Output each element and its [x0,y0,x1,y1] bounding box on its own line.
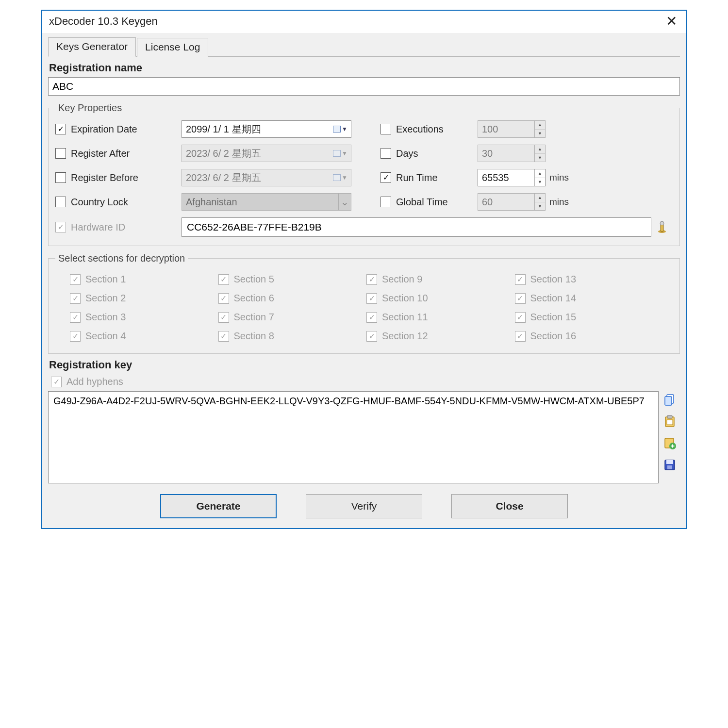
window-title: xDecoder 10.3 Keygen [49,15,158,28]
hardware-id-input[interactable] [182,217,651,237]
svg-rect-11 [672,445,673,448]
hardware-id-action-icon[interactable] [651,221,673,233]
registration-name-label: Registration name [49,62,679,74]
key-properties-group: Key Properties ✓ Expiration Date 2099/ 1… [48,102,680,246]
calendar-dropdown-icon: ▼ [331,171,349,184]
days-checkbox[interactable]: Days [381,148,478,159]
calendar-dropdown-icon: ▼ [331,147,349,160]
register-before-checkbox[interactable]: Register Before [55,172,182,183]
run-time-unit: mins [546,172,575,183]
add-icon[interactable] [663,437,680,452]
titlebar: xDecoder 10.3 Keygen ✕ [42,11,686,33]
section-checkbox: ✓Section 9 [366,274,510,285]
section-checkbox: ✓Section 5 [218,274,362,285]
expiration-date-picker[interactable]: 2099/ 1/ 1 星期四 ▼ [182,120,351,138]
section-label: Section 2 [85,293,126,304]
registration-key-box [48,391,680,483]
registration-name-input[interactable] [48,77,680,96]
svg-rect-6 [667,415,672,418]
expiration-date-value: 2099/ 1/ 1 星期四 [186,123,261,136]
section-checkbox: ✓Section 4 [70,331,214,342]
tab-keys-generator[interactable]: Keys Generator [48,37,136,57]
global-time-unit: mins [546,197,575,207]
section-label: Section 11 [382,312,428,323]
section-label: Section 6 [234,293,274,304]
hardware-id-label: Hardware ID [71,222,125,233]
section-checkbox: ✓Section 1 [70,274,214,285]
add-hyphens-label: Add hyphens [66,376,123,387]
section-checkbox: ✓Section 2 [70,293,214,304]
executions-spinner[interactable]: 100 ▲▼ [478,120,546,138]
section-label: Section 8 [234,331,274,342]
add-hyphens-checkbox: ✓ Add hyphens [51,376,123,387]
section-checkbox: ✓Section 14 [515,293,659,304]
svg-rect-4 [665,397,672,405]
svg-rect-14 [667,465,672,469]
registration-key-label: Registration key [49,359,679,371]
section-label: Section 4 [85,331,126,342]
section-checkbox: ✓Section 10 [366,293,510,304]
register-after-label: Register After [71,148,130,159]
days-label: Days [396,148,418,159]
close-button[interactable]: Close [451,494,568,518]
register-before-picker: 2023/ 6/ 2 星期五 ▼ [182,169,351,186]
executions-checkbox[interactable]: Executions [381,124,478,135]
register-after-checkbox[interactable]: Register After [55,148,182,159]
expiration-date-checkbox[interactable]: ✓ Expiration Date [55,124,182,135]
svg-rect-13 [666,460,673,464]
key-side-toolbar [663,391,680,474]
section-checkbox: ✓Section 16 [515,331,659,342]
section-label: Section 10 [382,293,428,304]
section-label: Section 13 [530,274,577,285]
country-lock-checkbox[interactable]: Country Lock [55,197,182,208]
global-time-value: 60 [482,197,493,208]
section-label: Section 15 [530,312,577,323]
key-properties-grid: ✓ Expiration Date 2099/ 1/ 1 星期四 ▼ Execu… [55,120,673,211]
run-time-checkbox[interactable]: ✓ Run Time [381,172,478,183]
section-checkbox: ✓Section 8 [218,331,362,342]
section-label: Section 12 [382,331,428,342]
executions-value: 100 [482,124,498,135]
tab-strip: Keys Generator License Log [48,37,680,57]
button-row: Generate Verify Close [48,494,680,518]
sections-legend: Select sections for decryption [55,253,188,264]
register-after-picker: 2023/ 6/ 2 星期五 ▼ [182,145,351,162]
run-time-label: Run Time [396,172,438,183]
paste-icon[interactable] [663,415,680,430]
close-icon[interactable]: ✕ [663,15,680,28]
section-label: Section 3 [85,312,126,323]
sections-grid: ✓Section 1✓Section 5✓Section 9✓Section 1… [55,271,673,345]
section-checkbox: ✓Section 6 [218,293,362,304]
calendar-dropdown-icon[interactable]: ▼ [331,123,349,135]
section-checkbox: ✓Section 11 [366,312,510,323]
hardware-id-checkbox: ✓ Hardware ID [55,222,182,233]
spinner-buttons-icon[interactable]: ▲▼ [534,145,545,162]
section-checkbox: ✓Section 15 [515,312,659,323]
section-checkbox: ✓Section 7 [218,312,362,323]
copy-icon[interactable] [663,393,680,408]
registration-key-textarea[interactable] [48,391,659,483]
svg-point-2 [660,221,664,225]
chevron-down-icon: ⌄ [338,194,351,210]
country-lock-label: Country Lock [71,197,128,208]
section-label: Section 16 [530,331,577,342]
global-time-checkbox[interactable]: Global Time [381,197,478,208]
key-properties-legend: Key Properties [55,102,125,114]
run-time-spinner[interactable]: 65535 ▲▼ [478,169,546,186]
expiration-date-label: Expiration Date [71,124,137,135]
country-lock-value: Afghanistan [186,197,237,208]
verify-button[interactable]: Verify [306,494,422,518]
section-label: Section 1 [85,274,126,285]
generate-button[interactable]: Generate [160,494,277,518]
save-icon[interactable] [663,459,680,474]
run-time-value: 65535 [482,172,509,183]
spinner-buttons-icon[interactable]: ▲▼ [534,194,545,210]
tab-license-log[interactable]: License Log [137,38,208,57]
days-spinner[interactable]: 30 ▲▼ [478,145,546,162]
global-time-label: Global Time [396,197,448,208]
global-time-spinner[interactable]: 60 ▲▼ [478,193,546,211]
spinner-buttons-icon[interactable]: ▲▼ [534,169,545,186]
section-label: Section 14 [530,293,577,304]
spinner-buttons-icon[interactable]: ▲▼ [534,121,545,137]
section-checkbox: ✓Section 13 [515,274,659,285]
